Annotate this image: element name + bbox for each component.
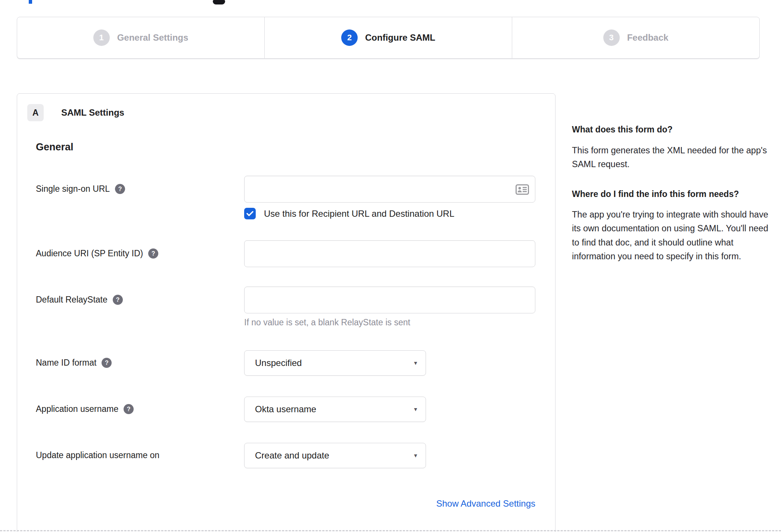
- application-username-select[interactable]: Okta username ▼: [244, 397, 426, 422]
- contact-card-icon: [516, 184, 529, 196]
- default-relaystate-label: Default RelayState ?: [36, 295, 239, 305]
- audience-uri-label-text: Audience URI (SP Entity ID): [36, 248, 143, 259]
- help-heading: What does this form do?: [572, 123, 774, 136]
- recipient-url-checkbox[interactable]: [244, 208, 256, 219]
- step-feedback[interactable]: 3 Feedback: [512, 17, 759, 58]
- recipient-url-checkbox-row: Use this for Recipient URL and Destinati…: [244, 208, 454, 219]
- help-body: The app you're trying to integrate with …: [572, 208, 774, 263]
- default-relaystate-input[interactable]: [244, 287, 535, 313]
- help-icon[interactable]: ?: [124, 404, 134, 414]
- step-configure-saml[interactable]: 2 Configure SAML: [264, 17, 512, 58]
- step-label: General Settings: [117, 32, 189, 43]
- show-advanced-settings-link[interactable]: Show Advanced Settings: [436, 498, 535, 509]
- saml-settings-panel: A SAML Settings General Single sign-on U…: [17, 93, 556, 532]
- update-application-username-value: Create and update: [255, 450, 329, 461]
- step-number-badge: 3: [603, 29, 620, 46]
- audience-uri-input[interactable]: [244, 240, 535, 267]
- chevron-down-icon: ▼: [413, 406, 418, 412]
- cropped-icon-fragment: [213, 0, 225, 4]
- help-sidebar: What does this form do? This form genera…: [572, 123, 774, 263]
- help-body: This form generates the XML needed for t…: [572, 144, 774, 171]
- section-a-badge: A: [27, 104, 44, 121]
- step-number-badge: 2: [341, 29, 358, 46]
- help-section-what: What does this form do? This form genera…: [572, 123, 774, 171]
- cropped-title-fragment: [29, 0, 32, 4]
- next-section-dashed-border: [0, 530, 781, 531]
- help-icon[interactable]: ?: [102, 358, 112, 368]
- step-general-settings[interactable]: 1 General Settings: [17, 17, 264, 58]
- default-relaystate-label-text: Default RelayState: [36, 295, 108, 305]
- chevron-down-icon: ▼: [413, 453, 418, 459]
- checkmark-icon: [246, 211, 253, 216]
- panel-header: A SAML Settings: [27, 104, 124, 121]
- wizard-stepper: 1 General Settings 2 Configure SAML 3 Fe…: [17, 17, 760, 59]
- sso-url-label: Single sign-on URL ?: [36, 184, 239, 194]
- help-heading: Where do I find the info this form needs…: [572, 188, 774, 201]
- update-application-username-label-text: Update application username on: [36, 450, 159, 460]
- chevron-down-icon: ▼: [413, 360, 418, 366]
- step-label: Configure SAML: [365, 32, 435, 43]
- help-icon[interactable]: ?: [113, 295, 123, 305]
- name-id-format-select[interactable]: Unspecified ▼: [244, 350, 426, 376]
- step-number-badge: 1: [93, 29, 110, 46]
- update-application-username-select[interactable]: Create and update ▼: [244, 443, 426, 468]
- help-section-where: Where do I find the info this form needs…: [572, 188, 774, 263]
- application-username-value: Okta username: [255, 404, 316, 414]
- step-label: Feedback: [627, 32, 669, 43]
- recipient-url-checkbox-label[interactable]: Use this for Recipient URL and Destinati…: [264, 209, 454, 219]
- sso-url-label-text: Single sign-on URL: [36, 184, 110, 194]
- name-id-format-label-text: Name ID format: [36, 358, 96, 368]
- application-username-label: Application username ?: [36, 404, 239, 414]
- update-application-username-label: Update application username on: [36, 450, 239, 460]
- general-group-heading: General: [36, 141, 74, 153]
- application-username-label-text: Application username: [36, 404, 118, 414]
- sso-url-input[interactable]: [244, 176, 535, 203]
- name-id-format-value: Unspecified: [255, 358, 302, 368]
- audience-uri-label: Audience URI (SP Entity ID) ?: [36, 248, 239, 259]
- name-id-format-label: Name ID format ?: [36, 358, 239, 368]
- help-icon[interactable]: ?: [115, 184, 125, 194]
- section-title: SAML Settings: [61, 107, 124, 118]
- relaystate-hint: If no value is set, a blank RelayState i…: [244, 317, 410, 328]
- help-icon[interactable]: ?: [148, 248, 158, 259]
